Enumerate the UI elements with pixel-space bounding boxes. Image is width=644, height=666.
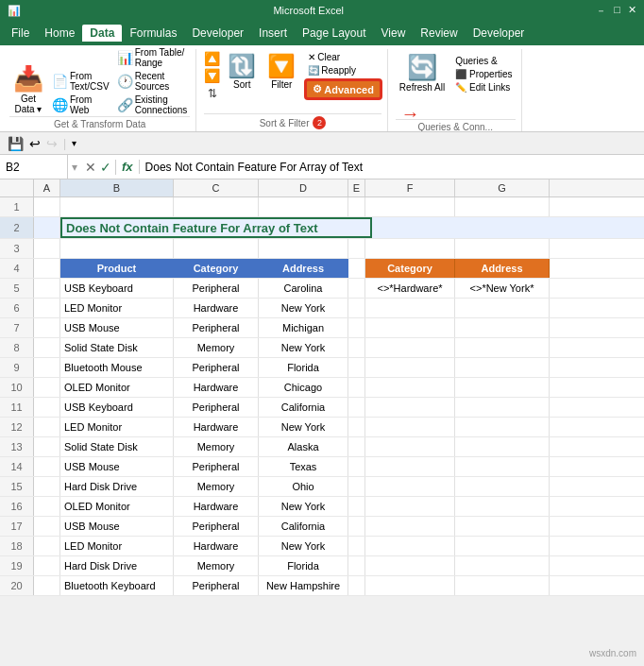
cell-20c[interactable]: Peripheral	[174, 576, 259, 595]
cell-1b[interactable]	[60, 197, 174, 216]
reapply-btn[interactable]: 🔄Reapply	[305, 64, 381, 77]
minimize-btn[interactable]: －	[596, 4, 606, 18]
clear-btn[interactable]: ✕Clear	[305, 51, 381, 63]
cell-12b[interactable]: LED Monitor	[60, 418, 174, 436]
menu-view[interactable]: View	[374, 25, 414, 42]
cell-15c[interactable]: Memory	[174, 477, 259, 496]
cell-6b[interactable]: LED Monitor	[60, 299, 174, 317]
cell-1g[interactable]	[455, 197, 550, 216]
col-header-b[interactable]: B	[60, 179, 174, 196]
cell-4c-category[interactable]: Category	[174, 259, 259, 278]
cell-1f[interactable]	[365, 197, 455, 216]
cell-8d[interactable]: New York	[259, 338, 348, 357]
cell-7b[interactable]: USB Mouse	[60, 318, 174, 337]
cell-15b[interactable]: Hard Disk Drive	[60, 477, 174, 496]
undo-btn[interactable]: ↩	[29, 136, 41, 151]
cell-18d[interactable]: New York	[259, 537, 348, 555]
cell-11c[interactable]: Peripheral	[174, 398, 259, 417]
menu-file[interactable]: File	[4, 25, 37, 42]
cell-1a[interactable]	[34, 197, 60, 216]
menu-developer[interactable]: Developer	[184, 25, 251, 42]
cell-10c[interactable]: Hardware	[174, 378, 259, 397]
cancel-formula-icon[interactable]: ✕	[85, 160, 96, 175]
cell-9c[interactable]: Peripheral	[174, 358, 259, 377]
recent-sources-btn[interactable]: 🕐RecentSources	[114, 70, 191, 93]
cell-5c[interactable]: Peripheral	[174, 279, 259, 298]
cell-13d[interactable]: Alaska	[259, 437, 348, 456]
cell-16b[interactable]: OLED Monitor	[60, 497, 174, 516]
cell-13b[interactable]: Solid State Disk	[60, 437, 174, 456]
menu-data[interactable]: Data	[82, 25, 122, 42]
col-header-c[interactable]: C	[174, 179, 259, 196]
col-header-g[interactable]: G	[455, 179, 550, 196]
cell-13c[interactable]: Memory	[174, 437, 259, 456]
cell-5g-criteria[interactable]: <>*New York*	[455, 279, 550, 298]
cell-11b[interactable]: USB Keyboard	[60, 398, 174, 417]
cell-1c[interactable]	[174, 197, 259, 216]
cell-10b[interactable]: OLED Monitor	[60, 378, 174, 397]
properties-btn[interactable]: ⬛ Properties	[452, 68, 515, 80]
save-qa-btn[interactable]: 💾	[8, 136, 24, 151]
cell-11d[interactable]: California	[259, 398, 348, 417]
menu-review[interactable]: Review	[413, 25, 465, 42]
menu-home[interactable]: Home	[37, 25, 82, 42]
cell-18c[interactable]: Hardware	[174, 537, 259, 555]
cell-2a[interactable]	[34, 217, 60, 238]
cell-1e[interactable]	[348, 197, 365, 216]
cell-1d[interactable]	[259, 197, 348, 216]
cell-9b[interactable]: Bluetooth Mouse	[60, 358, 174, 377]
cell-14d[interactable]: Texas	[259, 457, 348, 476]
cell-19d[interactable]: Florida	[259, 556, 348, 575]
cell-8b[interactable]: Solid State Disk	[60, 338, 174, 357]
cell-17c[interactable]: Peripheral	[174, 517, 259, 536]
cell-18b[interactable]: LED Monitor	[60, 537, 174, 555]
cell-9d[interactable]: Florida	[259, 358, 348, 377]
edit-links-btn[interactable]: ✏️ Edit Links	[452, 81, 515, 94]
cell-20b[interactable]: Bluetooth Keyboard	[60, 576, 174, 595]
formula-content[interactable]: Does Not Contain Feature For Array of Te…	[140, 161, 644, 174]
menu-page-layout[interactable]: Page Layout	[295, 25, 373, 42]
confirm-formula-icon[interactable]: ✓	[100, 160, 111, 175]
cell-4g-filter-addr[interactable]: Address	[455, 259, 550, 278]
cell-10d[interactable]: Chicago	[259, 378, 348, 397]
menu-developer2[interactable]: Developer	[466, 25, 533, 42]
menu-insert[interactable]: Insert	[251, 25, 295, 42]
maximize-btn[interactable]: □	[614, 4, 620, 18]
get-data-btn[interactable]: 📥 GetData ▾	[9, 62, 47, 116]
cell-5d[interactable]: Carolina	[259, 279, 348, 298]
cell-15d[interactable]: Ohio	[259, 477, 348, 496]
filter-btn[interactable]: 🔽 Filter	[263, 51, 299, 92]
col-header-a[interactable]: A	[34, 179, 60, 196]
existing-connections-btn[interactable]: 🔗ExistingConnections	[114, 94, 191, 116]
cell-4a[interactable]	[34, 259, 60, 278]
close-btn[interactable]: ✕	[628, 4, 636, 18]
col-header-f[interactable]: F	[365, 179, 455, 196]
menu-formulas[interactable]: Formulas	[122, 25, 184, 42]
cell-12c[interactable]: Hardware	[174, 418, 259, 436]
from-web-btn[interactable]: 🌐FromWeb	[49, 94, 112, 116]
cell-7c[interactable]: Peripheral	[174, 318, 259, 337]
name-box[interactable]: B2	[0, 155, 68, 179]
cell-6c[interactable]: Hardware	[174, 299, 259, 317]
cell-17d[interactable]: California	[259, 517, 348, 536]
redo-btn[interactable]: ↪	[46, 136, 58, 151]
queries-connect-btn[interactable]: Queries &	[452, 55, 515, 67]
cell-8c[interactable]: Memory	[174, 338, 259, 357]
cell-4f-filter-cat[interactable]: Category	[365, 259, 455, 278]
cell-19c[interactable]: Memory	[174, 556, 259, 575]
refresh-all-btn[interactable]: 🔄 Refresh All	[396, 51, 449, 94]
cell-5b[interactable]: USB Keyboard	[60, 279, 174, 298]
cell-6d[interactable]: New York	[259, 299, 348, 317]
cell-12d[interactable]: New York	[259, 418, 348, 436]
cell-17b[interactable]: USB Mouse	[60, 517, 174, 536]
cell-14b[interactable]: USB Mouse	[60, 457, 174, 476]
cell-19b[interactable]: Hard Disk Drive	[60, 556, 174, 575]
cell-16d[interactable]: New York	[259, 497, 348, 516]
formula-expand-icon[interactable]: ▾	[68, 161, 81, 174]
quick-access-more[interactable]: ▾	[72, 138, 76, 148]
cell-2b-title[interactable]: Does Not Contain Feature For Array of Te…	[60, 217, 372, 238]
cell-20d[interactable]: New Hampshire	[259, 576, 348, 595]
col-header-e[interactable]: E	[348, 179, 365, 196]
cell-5f-criteria[interactable]: <>*Hardware*	[365, 279, 455, 298]
col-header-d[interactable]: D	[259, 179, 348, 196]
